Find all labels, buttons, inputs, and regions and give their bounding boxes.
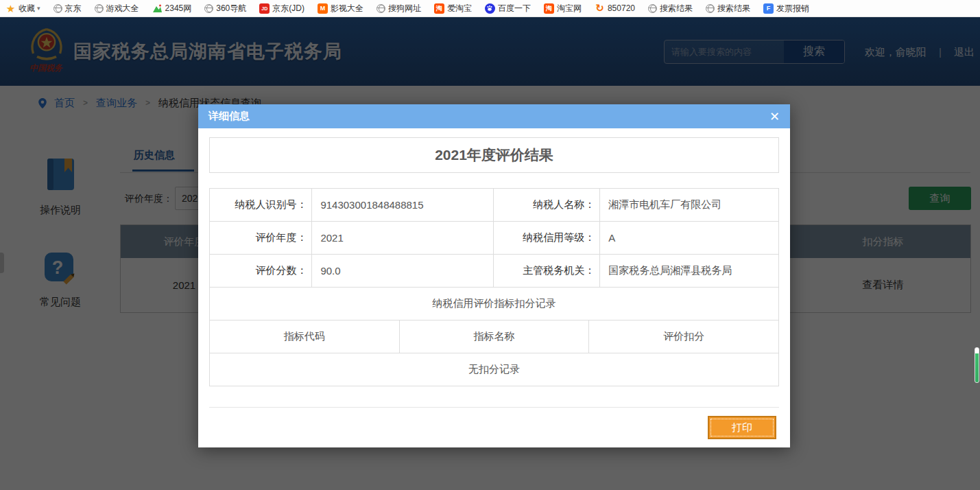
bookmark-label: 京东 <box>65 3 82 14</box>
bookmark-2345[interactable]: 2345网 <box>152 3 192 14</box>
score-label: 评价分数： <box>210 255 312 288</box>
bookmarks-bar: ★ 收藏 ▾ 京东 游戏大全 2345网 360导航 JD 京东(JD) M 影… <box>0 0 980 17</box>
refresh-icon: ↻ <box>595 3 605 14</box>
eval-year-label: 评价年度： <box>210 222 312 255</box>
globe-icon <box>204 4 213 13</box>
taobao-icon: 淘 <box>544 3 554 14</box>
bookmark-games[interactable]: 游戏大全 <box>95 3 139 14</box>
bookmark-label: 百度一下 <box>498 3 531 14</box>
taxpayer-id-label: 纳税人识别号： <box>210 189 312 222</box>
globe-icon <box>95 4 104 13</box>
bookmark-taobao[interactable]: 淘 淘宝网 <box>544 3 582 14</box>
bookmark-label: 影视大全 <box>331 3 363 14</box>
col-indicator-name: 指标名称 <box>399 320 589 353</box>
chevron-down-icon: ▾ <box>37 5 40 12</box>
result-table: 纳税人识别号： 914303001848488815 纳税人名称： 湘潭市电机车… <box>209 188 779 288</box>
globe-icon <box>53 4 62 13</box>
globe-icon <box>706 4 715 13</box>
close-icon[interactable]: ✕ <box>769 110 780 123</box>
bookmark-search-result-1[interactable]: 搜索结果 <box>648 3 693 14</box>
2345-icon <box>152 3 163 14</box>
baidu-paw-icon <box>485 3 495 14</box>
deduction-section-title: 纳税信用评价指标扣分记录 <box>210 288 779 320</box>
invoice-icon: F <box>763 3 774 14</box>
col-indicator-code: 指标代码 <box>210 320 400 353</box>
bookmark-jingdong[interactable]: 京东 <box>53 3 82 14</box>
bookmark-label: 京东(JD) <box>272 3 304 14</box>
bookmark-850720[interactable]: ↻ 850720 <box>595 3 635 14</box>
bookmark-label: 发票报销 <box>776 3 809 14</box>
bookmark-sogou[interactable]: 搜狗网址 <box>377 3 421 14</box>
globe-icon <box>648 4 657 13</box>
bookmark-360nav[interactable]: 360导航 <box>204 3 246 14</box>
table-row: 无扣分记录 <box>210 353 779 386</box>
bookmark-search-result-2[interactable]: 搜索结果 <box>706 3 750 14</box>
credit-level-label: 纳税信用等级： <box>494 222 600 255</box>
star-icon: ★ <box>5 3 16 14</box>
result-heading: 2021年度评价结果 <box>209 137 779 173</box>
deduction-table: 纳税信用评价指标扣分记录 指标代码 指标名称 评价扣分 无扣分记录 <box>209 287 779 386</box>
bookmark-label: 搜狗网址 <box>388 3 421 14</box>
bookmark-favorites[interactable]: ★ 收藏 ▾ <box>5 3 40 14</box>
jd-icon: JD <box>259 3 270 14</box>
video-icon: M <box>318 3 328 14</box>
modal-body: 2021年度评价结果 纳税人识别号： 914303001848488815 纳税… <box>198 137 790 447</box>
detail-modal: 详细信息 ✕ 2021年度评价结果 纳税人识别号： 91430300184848… <box>198 104 790 447</box>
bookmark-label: 搜索结果 <box>717 3 750 14</box>
bookmark-label: 游戏大全 <box>106 3 139 14</box>
bookmark-label: 搜索结果 <box>660 3 693 14</box>
bookmark-label: 收藏 <box>19 3 35 14</box>
globe-icon <box>377 4 385 13</box>
table-row: 纳税信用评价指标扣分记录 <box>210 288 779 320</box>
bookmark-aitaobao[interactable]: 淘 爱淘宝 <box>434 3 472 14</box>
taxpayer-name-label: 纳税人名称： <box>494 189 600 222</box>
table-row: 评价分数： 90.0 主管税务机关： 国家税务总局湘潭县税务局 <box>210 255 779 288</box>
col-eval-deduction: 评价扣分 <box>589 320 779 353</box>
no-deduction-record: 无扣分记录 <box>210 353 779 386</box>
score-value: 90.0 <box>312 255 494 288</box>
authority-label: 主管税务机关： <box>494 255 600 288</box>
taxpayer-name-value: 湘潭市电机车厂有限公司 <box>600 189 779 222</box>
bookmark-video[interactable]: M 影视大全 <box>318 3 363 14</box>
bookmark-label: 2345网 <box>165 3 192 14</box>
modal-header: 详细信息 ✕ <box>198 104 790 128</box>
authority-value: 国家税务总局湘潭县税务局 <box>600 255 779 288</box>
print-button[interactable]: 打印 <box>708 416 776 439</box>
eval-year-value: 2021 <box>312 222 494 255</box>
modal-title: 详细信息 <box>208 110 250 123</box>
bookmark-label: 爱淘宝 <box>447 3 472 14</box>
table-row: 纳税人识别号： 914303001848488815 纳税人名称： 湘潭市电机车… <box>210 189 779 222</box>
modal-footer: 打印 <box>209 407 779 447</box>
scrollbar-thumb[interactable] <box>975 347 979 383</box>
credit-level-value: A <box>600 222 779 255</box>
table-row: 评价年度： 2021 纳税信用等级： A <box>210 222 779 255</box>
table-row: 指标代码 指标名称 评价扣分 <box>210 320 779 353</box>
taxpayer-id-value: 914303001848488815 <box>312 189 494 222</box>
bookmark-label: 淘宝网 <box>557 3 582 14</box>
bookmark-baidu[interactable]: 百度一下 <box>485 3 531 14</box>
bookmark-jd[interactable]: JD 京东(JD) <box>259 3 304 14</box>
bookmark-invoice[interactable]: F 发票报销 <box>763 3 809 14</box>
taobao-icon: 淘 <box>434 3 444 14</box>
bookmark-label: 360导航 <box>216 3 246 14</box>
bookmark-label: 850720 <box>608 3 635 13</box>
